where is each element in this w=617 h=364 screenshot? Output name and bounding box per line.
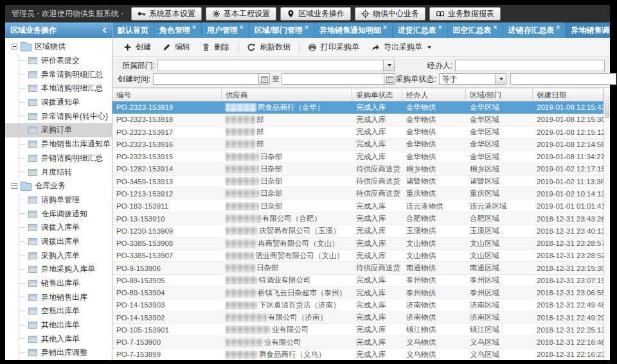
close-icon[interactable]: × <box>305 24 308 31</box>
toolbar-button[interactable]: 打印采购单 <box>302 40 365 55</box>
table-row[interactable]: PO-2323-153919腾食品商行（金华）完成入库金华物供金华区域2019-… <box>112 101 604 114</box>
close-icon[interactable]: × <box>240 24 244 31</box>
tree-item[interactable]: 采购入库单 <box>5 248 112 263</box>
column-header[interactable]: 供应商 <box>222 89 352 101</box>
tree-item[interactable]: 月度结转 <box>5 165 112 179</box>
tree-item[interactable]: 异销请购明细汇总 <box>5 152 112 166</box>
tree-item[interactable]: 异地销售出库通知单 <box>5 137 112 152</box>
table-row[interactable]: PO-13-153910有限公司（合肥）完成入库合肥物供合肥区域2018-12-… <box>112 212 604 225</box>
table-row[interactable]: PO-89-153904桥镇飞云日杂超市（泰州）完成入库泰州物供泰州区域2018… <box>112 287 604 299</box>
table-row[interactable]: PO-9-153906日杂部待供应商送货南通物供南通区域2018-12-31 2… <box>112 262 604 274</box>
tree-item[interactable]: 评价表提交 <box>5 54 112 68</box>
table-row[interactable]: PO-3459-153913日杂部待供应商送货诸暨物供诸暨区域2019-01-0… <box>112 176 604 188</box>
tree-item[interactable]: 调拨出库单 <box>5 235 112 249</box>
chevron-down-icon[interactable] <box>496 73 506 85</box>
tree-item[interactable]: 仓库调拨通知 <box>5 207 112 221</box>
tab[interactable]: 角色管理× <box>154 22 202 38</box>
column-header[interactable]: 经办人 <box>402 89 466 101</box>
table-row[interactable]: PO-2323-153917部完成入库金华物供金华区域2019-01-08 12… <box>112 126 604 139</box>
tab[interactable]: 用户管理× <box>202 22 249 38</box>
calendar-icon[interactable] <box>259 73 270 85</box>
close-icon[interactable]: × <box>383 24 387 31</box>
column-header[interactable]: 区域/部门 <box>466 89 533 101</box>
status-op-select[interactable] <box>439 73 506 85</box>
tree-item[interactable]: 调拨入库单 <box>5 221 112 235</box>
tab[interactable]: 进销存汇总表× <box>503 22 566 38</box>
date-to-input[interactable] <box>282 73 384 85</box>
table-row[interactable]: PO-1230-153909庆贸易有限公司（玉溪）完成入库玉溪物供玉溪区域201… <box>112 225 604 238</box>
collapse-toggle-icon[interactable] <box>12 44 17 49</box>
table-row[interactable]: PO-3385-153908冉商贸有限公司（文山）完成入库文山物供文山区域201… <box>112 238 604 250</box>
table-row[interactable]: PO-7-153899腾食品商行（义乌）完成入库义乌物供义乌区域2018-12-… <box>112 349 604 360</box>
operator-input[interactable] <box>455 60 605 71</box>
document-icon <box>28 336 37 343</box>
department-input[interactable] <box>157 60 384 71</box>
column-header[interactable]: 采购单状态 <box>352 89 402 101</box>
status-value-input[interactable] <box>510 73 616 85</box>
topbar-button[interactable]: 基本工程设置 <box>206 7 276 21</box>
topbar-button[interactable]: 区域业务操作 <box>280 7 351 21</box>
tree-item[interactable]: 调拨通知单 <box>5 96 112 110</box>
tab[interactable]: 进货汇总表× <box>393 22 448 38</box>
tree-item[interactable]: 异常请购单(转中心) <box>5 109 112 123</box>
tab[interactable]: 区域/部门管理× <box>249 22 314 38</box>
tree-item[interactable]: 采购订单 <box>5 123 112 137</box>
table-row[interactable]: PO-1213-153912日杂部待供应商送货重庆物供重庆区域2019-01-0… <box>112 188 604 200</box>
table-row[interactable]: PO-2323-153918部完成入库金华物供金华区域2019-01-08 12… <box>112 114 604 126</box>
table-row[interactable]: PO-105-153901业有限公司完成入库镇江物供镇江区域2018-12-31… <box>112 324 604 336</box>
chevron-left-icon[interactable] <box>102 27 107 33</box>
table-row[interactable]: PO-2323-153916部完成入库金华物供金华区域2019-01-08 12… <box>112 139 604 151</box>
toolbar-button[interactable]: 导出采购单 <box>365 40 437 55</box>
toolbar-button[interactable]: 刷新数据 <box>241 40 296 55</box>
tree-item[interactable]: 本地请购明细汇总 <box>5 82 112 96</box>
topbar-button[interactable]: 业务数据报表 <box>429 7 501 21</box>
chevron-down-icon[interactable] <box>384 60 395 71</box>
tree-item[interactable]: 销售出库单 <box>5 277 112 291</box>
table-row[interactable]: PO-1282-153914日杂部待供应商送货桐乡物供桐乡区域2019-01-0… <box>112 163 604 175</box>
tab[interactable]: 异地销售通知明细× <box>314 22 393 38</box>
tab[interactable]: 异地销售调整明细× <box>566 22 610 38</box>
tree-item[interactable]: 其他入库单 <box>5 332 112 346</box>
tree-item[interactable]: 异地销售出库 <box>5 290 112 304</box>
scrollbar-thumb[interactable] <box>605 103 609 118</box>
tree-item[interactable]: 异常请购明细汇总 <box>5 67 112 82</box>
tree-folder[interactable]: 区域物供 <box>5 40 112 54</box>
tree-item[interactable]: 请购单管理 <box>5 193 112 207</box>
department-select[interactable] <box>157 60 395 71</box>
cell-date: 2019-01-08 12:14:58 <box>533 141 604 148</box>
date-from-field[interactable] <box>153 73 270 85</box>
toolbar-button[interactable]: 创建 <box>118 40 157 55</box>
column-header[interactable]: 编号 <box>112 89 222 101</box>
tab[interactable]: 回空汇总表× <box>448 22 503 38</box>
close-icon[interactable]: × <box>556 24 560 31</box>
close-icon[interactable]: × <box>494 24 497 31</box>
table-row[interactable]: PO-14-153903下区勇清百货店（济南）完成入库济南物供济南区域2018-… <box>112 299 604 311</box>
column-header[interactable]: 创建日期 <box>533 89 604 101</box>
collapse-toggle-icon[interactable] <box>12 183 17 189</box>
table-row[interactable]: PO-3385-153907酒业商贸有限公司（文山）完成入库文山物供文山区域20… <box>112 250 604 262</box>
close-icon[interactable]: × <box>192 24 196 31</box>
topbar: 管理员 - 欢迎使用物供集服系统 - 系统基本设置基本工程设置区域业务操作物供中… <box>5 5 610 22</box>
table-row[interactable]: PO-2323-153915日杂部完成入库金华物供金华区域2019-01-08 … <box>112 151 604 163</box>
calendar-icon[interactable] <box>384 73 395 85</box>
table-row[interactable]: PO-7-153900业有限公司完成入库义乌物供义乌区域2018-12-31 2… <box>112 336 604 349</box>
cell-date: 2018-12-31 23:28:52 <box>533 252 604 259</box>
date-from-input[interactable] <box>153 73 259 85</box>
toolbar-button[interactable]: 删除 <box>196 40 235 55</box>
topbar-button[interactable]: 系统基本设置 <box>131 7 202 21</box>
toolbar-button[interactable]: 编辑 <box>157 40 196 55</box>
tree-folder[interactable]: 仓库业务 <box>5 179 112 193</box>
tree-item[interactable]: 空瓶出库单 <box>5 304 112 318</box>
topbar-button[interactable]: 物供中心业务 <box>355 7 425 21</box>
date-to-field[interactable] <box>282 73 395 85</box>
table-row[interactable]: PO-89-153905特酒业有限公司完成入库泰州物供泰州区域2018-12-3… <box>112 275 604 287</box>
tree-item[interactable]: 异地采购入库单 <box>5 263 112 277</box>
tab[interactable]: 默认首页 <box>112 22 154 38</box>
status-op-input[interactable] <box>439 73 496 85</box>
vertical-scrollbar[interactable] <box>604 88 610 360</box>
tree-item[interactable]: 异销出库调整 <box>5 346 112 360</box>
tree-item[interactable]: 其他出库单 <box>5 318 112 333</box>
table-row[interactable]: PO-183-153911日杂部完成入库连云港物供连云港区域2019-01-01… <box>112 200 604 212</box>
table-row[interactable]: PO-14-153902有限公司（济南）完成入库济南物供济南区域2018-12-… <box>112 312 604 324</box>
close-icon[interactable]: × <box>438 24 442 31</box>
